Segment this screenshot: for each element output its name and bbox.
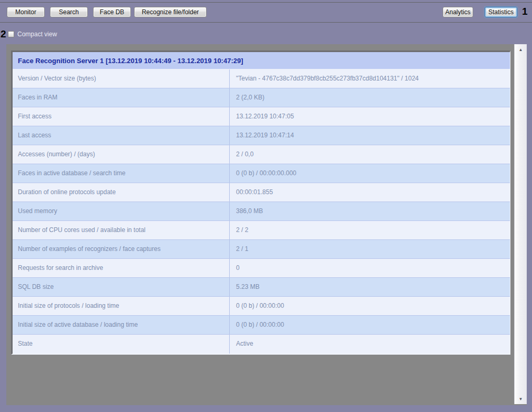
table-row: Initial size of protocols / loading time… (13, 297, 510, 316)
row-value: 0 (0 b) / 00:00:00 (230, 297, 510, 315)
table-row: Number of CPU cores used / available in … (13, 221, 510, 240)
row-value: 13.12.2019 10:47:14 (230, 126, 510, 145)
row-label: Last access (13, 126, 230, 145)
face-db-button[interactable]: Face DB (93, 7, 131, 17)
row-label: First access (13, 107, 230, 126)
table-row: Accesses (number) / (days) 2 / 0,0 (13, 145, 510, 164)
row-label: Used memory (13, 202, 230, 220)
scroll-down-icon[interactable]: ▼ (515, 395, 527, 403)
monitor-button[interactable]: Monitor (7, 7, 45, 17)
row-value: "Tevian - 4767c38c7dd379bf8cb255c273fb37… (230, 69, 510, 88)
compact-view-label: Compact view (17, 31, 57, 38)
server-stats-title: Face Recognition Server 1 [13.12.2019 10… (13, 52, 510, 69)
compact-view-checkbox[interactable] (8, 31, 14, 37)
search-button[interactable]: Search (50, 7, 88, 17)
row-value: 386,0 MB (230, 202, 510, 220)
table-row: Used memory 386,0 MB (13, 202, 510, 221)
toolbar-top-divider (0, 2, 532, 3)
row-value: 13.12.2019 10:47:05 (230, 107, 510, 126)
toolbar-bottom-divider (0, 22, 532, 23)
row-value: 0 (0 b) / 00:00:00 (230, 316, 510, 334)
scroll-up-icon[interactable]: ▲ (515, 45, 527, 54)
row-value: 5.23 MB (230, 278, 510, 296)
vertical-scrollbar[interactable]: ▲ ▼ (514, 44, 527, 404)
row-value: 0 (0 b) / 00:00:00.000 (230, 164, 510, 183)
row-value: 00:00:01.855 (230, 183, 510, 202)
row-label: Accesses (number) / (days) (13, 145, 230, 164)
table-row: State Active (13, 335, 510, 354)
row-label: Requests for search in archive (13, 259, 230, 277)
row-label: Number of CPU cores used / available in … (13, 221, 230, 239)
row-value: 2 (2,0 KB) (230, 88, 510, 107)
row-label: Duration of online protocols update (13, 183, 230, 202)
table-row: Initial size of active database / loadin… (13, 316, 510, 335)
row-value: 2 / 0,0 (230, 145, 510, 164)
table-row: Requests for search in archive 0 (13, 259, 510, 278)
table-row: Duration of online protocols update 00:0… (13, 183, 510, 202)
statistics-button[interactable]: Statistics (485, 7, 517, 17)
row-label: Initial size of active database / loadin… (13, 316, 230, 334)
row-value: Active (230, 335, 510, 354)
row-label: Version / Vector size (bytes) (13, 69, 230, 88)
row-label: Number of examples of recognizers / face… (13, 240, 230, 258)
row-value: 0 (230, 259, 510, 277)
table-row: First access 13.12.2019 10:47:05 (13, 107, 510, 126)
row-value: 2 / 1 (230, 240, 510, 258)
recognize-file-folder-button[interactable]: Recognize file/folder (134, 7, 207, 17)
content-panel: Face Recognition Server 1 [13.12.2019 10… (6, 44, 527, 405)
row-value: 2 / 2 (230, 221, 510, 239)
table-row: Version / Vector size (bytes) "Tevian - … (13, 69, 510, 88)
table-row: Number of examples of recognizers / face… (13, 240, 510, 259)
table-row: SQL DB size 5.23 MB (13, 278, 510, 297)
annotation-marker-2: 2 (1, 28, 6, 40)
annotation-marker-1: 1 (522, 6, 528, 17)
row-label: Faces in RAM (13, 88, 230, 107)
table-row: Faces in RAM 2 (2,0 KB) (13, 88, 510, 107)
row-label: Initial size of protocols / loading time (13, 297, 230, 315)
row-label: SQL DB size (13, 278, 230, 296)
analytics-button[interactable]: Analytics (443, 7, 473, 17)
row-label: Faces in active database / search time (13, 164, 230, 183)
table-row: Faces in active database / search time 0… (13, 164, 510, 183)
table-row: Last access 13.12.2019 10:47:14 (13, 126, 510, 145)
server-stats-table: Face Recognition Server 1 [13.12.2019 10… (11, 51, 510, 355)
row-label: State (13, 335, 230, 354)
